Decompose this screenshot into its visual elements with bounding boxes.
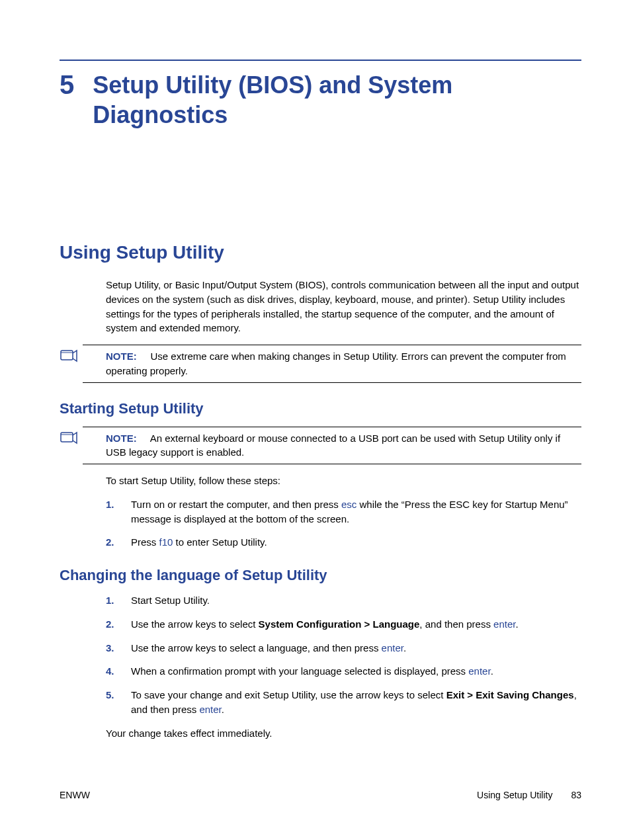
key-esc: esc [341, 499, 357, 510]
key-enter: enter [199, 704, 221, 715]
key-f10: f10 [159, 536, 173, 548]
note-label: NOTE: [106, 351, 137, 362]
note-text: An external keyboard or mouse connected … [106, 433, 560, 458]
svg-rect-2 [61, 433, 73, 442]
list-item: Press f10 to enter Setup Utility. [106, 535, 581, 550]
changing-steps: Start Setup Utility. Use the arrow keys … [106, 593, 581, 717]
list-item: Use the arrow keys to select a language,… [106, 641, 581, 655]
list-item: Turn on or restart the computer, and the… [106, 497, 581, 526]
chapter-title: Setup Utility (BIOS) and System Diagnost… [93, 70, 581, 130]
footer-section-label: Using Setup Utility [477, 790, 552, 800]
subsection-heading-starting: Starting Setup Utility [60, 400, 581, 417]
menu-path: System Configuration > Language [259, 618, 420, 630]
menu-path: Exit > Exit Saving Changes [446, 689, 574, 700]
list-item: To save your change and exit Setup Utili… [106, 688, 581, 717]
starting-lead: To start Setup Utility, follow these ste… [106, 474, 581, 488]
note-icon [60, 349, 78, 364]
note-callout: NOTE: Use extreme care when making chang… [83, 345, 581, 383]
page-footer: ENWW Using Setup Utility 83 [60, 790, 581, 800]
footer-left: ENWW [60, 790, 90, 800]
changing-outro: Your change takes effect immediately. [106, 726, 581, 741]
intro-paragraph: Setup Utility, or Basic Input/Output Sys… [106, 278, 581, 335]
key-enter: enter [382, 642, 403, 653]
note-label: NOTE: [106, 433, 137, 444]
key-enter: enter [468, 665, 490, 677]
list-item: Use the arrow keys to select System Conf… [106, 617, 581, 632]
chapter-rule [60, 60, 581, 61]
starting-steps: Turn on or restart the computer, and the… [106, 497, 581, 550]
list-item: When a confirmation prompt with your lan… [106, 664, 581, 679]
key-enter: enter [493, 618, 515, 630]
subsection-heading-changing-language: Changing the language of Setup Utility [60, 567, 581, 584]
section-heading-using-setup-utility: Using Setup Utility [60, 242, 581, 263]
list-item: Start Setup Utility. [106, 593, 581, 608]
note-text: Use extreme care when making changes in … [106, 351, 566, 376]
svg-rect-0 [61, 351, 73, 360]
note-icon [60, 431, 78, 446]
page-number: 83 [571, 790, 581, 800]
chapter-heading: 5 Setup Utility (BIOS) and System Diagno… [60, 70, 581, 130]
note-callout-starting: NOTE: An external keyboard or mouse conn… [83, 427, 581, 465]
chapter-number: 5 [60, 70, 74, 99]
